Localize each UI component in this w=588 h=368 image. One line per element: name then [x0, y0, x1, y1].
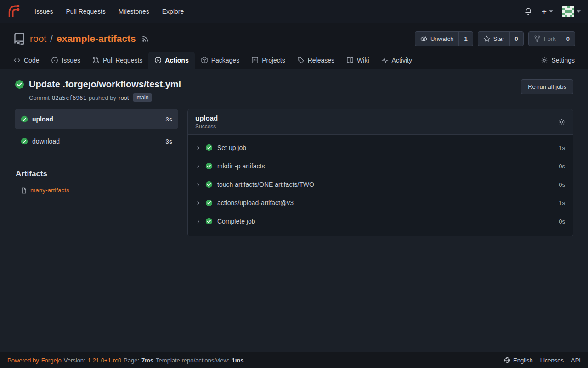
forgejo-brand-link[interactable]: Forgejo [41, 357, 62, 364]
tab-actions[interactable]: Actions [148, 52, 194, 69]
licenses-link[interactable]: Licenses [540, 357, 564, 364]
fork-button[interactable]: Fork [529, 32, 561, 46]
success-check-icon [205, 218, 213, 225]
code-icon [13, 57, 21, 64]
tab-code[interactable]: Code [7, 52, 45, 69]
nav-item-milestones[interactable]: Milestones [113, 4, 155, 19]
watch-button-group: Unwatch 1 [415, 31, 473, 46]
job-detail-panel: upload Success Set up job 1s [187, 109, 573, 236]
tab-issues[interactable]: Issues [45, 52, 86, 69]
nav-item-issues[interactable]: Issues [28, 4, 59, 19]
success-check-icon [205, 199, 213, 207]
watchers-count[interactable]: 1 [458, 32, 472, 46]
artifact-download-link[interactable]: many-artifacts [30, 187, 69, 194]
user-menu-dropdown[interactable] [562, 6, 581, 17]
success-check-icon [21, 115, 28, 123]
language-label: English [513, 357, 533, 364]
fork-button-group: Fork 0 [528, 31, 575, 46]
repo-tabs: Code Issues Pull Requests Actions Packag… [0, 46, 588, 69]
tab-settings[interactable]: Settings [535, 52, 581, 69]
tab-projects[interactable]: Projects [245, 52, 291, 69]
navbar-links: Issues Pull Requests Milestones Explore [28, 4, 190, 19]
run-info: Update .forgejo/workflows/test.yml Commi… [15, 79, 181, 102]
branch-badge[interactable]: main [133, 93, 152, 102]
chevron-down-icon [577, 10, 581, 13]
star-button[interactable]: Star [478, 32, 509, 46]
unwatch-label: Unwatch [430, 35, 454, 42]
tab-packages[interactable]: Packages [195, 52, 245, 69]
step-duration: 0s [559, 163, 565, 170]
rerun-all-jobs-button[interactable]: Re-run all jobs [521, 79, 573, 94]
issue-icon [51, 57, 58, 64]
step-row[interactable]: Set up job 1s [188, 138, 573, 157]
run-body: upload 3s download 3s Artifacts many-art… [0, 109, 588, 352]
footer-left: Powered by Forgejo Version: 1.21.0+1-rc0… [7, 357, 244, 364]
create-new-dropdown[interactable]: + [542, 7, 553, 16]
sidebar-divider [15, 159, 178, 159]
star-icon [483, 35, 490, 42]
job-row-download[interactable]: download 3s [15, 131, 178, 151]
step-row[interactable]: Complete job 0s [188, 212, 573, 230]
job-options-gear-icon[interactable] [558, 118, 565, 126]
step-label: actions/upload-artifact@v3 [217, 199, 294, 207]
forgejo-logo[interactable] [7, 5, 21, 18]
run-title: Update .forgejo/workflows/test.yml [29, 79, 181, 90]
tab-pull-requests[interactable]: Pull Requests [86, 52, 148, 69]
page-footer: Powered by Forgejo Version: 1.21.0+1-rc0… [0, 352, 588, 368]
api-link[interactable]: API [571, 357, 581, 364]
step-row[interactable]: touch artifacts/ONE artifacts/TWO 0s [188, 175, 573, 194]
rss-icon[interactable] [142, 35, 149, 42]
pushed-by-label: pushed by [89, 94, 116, 101]
notifications-bell-button[interactable] [524, 7, 532, 16]
fork-icon [534, 35, 541, 42]
tab-settings-label: Settings [551, 57, 575, 64]
repo-separator: / [50, 33, 53, 44]
tab-wiki-label: Wiki [357, 57, 369, 64]
pulse-icon [381, 57, 389, 64]
template-time-label: Template repo/actions/view: [156, 357, 229, 364]
language-selector[interactable]: English [504, 357, 533, 364]
commit-label: Commit [29, 94, 50, 101]
step-duration: 1s [559, 200, 565, 207]
version-value-link[interactable]: 1.21.0+1-rc0 [88, 357, 121, 364]
repo-owner-link[interactable]: root [30, 33, 46, 44]
unwatch-button[interactable]: Unwatch [415, 32, 459, 46]
tab-code-label: Code [24, 57, 39, 64]
job-duration: 3s [166, 138, 172, 145]
nav-item-pull-requests[interactable]: Pull Requests [60, 4, 111, 19]
tag-icon [297, 57, 305, 64]
repo-name-link[interactable]: example-artifacts [57, 33, 136, 44]
artifact-item: many-artifacts [15, 187, 178, 194]
tab-releases-label: Releases [308, 57, 334, 64]
step-row[interactable]: mkdir -p artifacts 0s [188, 157, 573, 175]
template-time-value: 1ms [232, 357, 244, 364]
chevron-right-icon [196, 201, 201, 206]
tab-activity[interactable]: Activity [375, 52, 418, 69]
globe-icon [504, 357, 510, 363]
success-check-icon [21, 138, 28, 145]
step-duration: 1s [559, 144, 565, 151]
chevron-right-icon [196, 164, 201, 169]
commit-sha-link[interactable]: 82a5cf6961 [52, 94, 86, 101]
run-title-row: Update .forgejo/workflows/test.yml [15, 79, 181, 90]
forks-count[interactable]: 0 [561, 32, 575, 46]
tab-activity-label: Activity [392, 57, 412, 64]
pusher-link[interactable]: root [119, 94, 129, 101]
job-name: upload [32, 115, 53, 123]
star-button-group: Star 0 [478, 31, 524, 46]
job-row-upload[interactable]: upload 3s [15, 109, 178, 129]
powered-by-link[interactable]: Powered by [7, 357, 39, 364]
tab-wiki[interactable]: Wiki [340, 52, 375, 69]
package-icon [201, 57, 208, 64]
tab-releases[interactable]: Releases [291, 52, 340, 69]
stars-count[interactable]: 0 [509, 32, 523, 46]
tab-issues-label: Issues [62, 57, 80, 64]
run-commit-line: Commit 82a5cf6961 pushed by root main [29, 93, 181, 102]
star-label: Star [493, 35, 504, 42]
nav-item-explore[interactable]: Explore [156, 4, 190, 19]
step-label: mkdir -p artifacts [217, 162, 265, 170]
step-label: Complete job [217, 218, 255, 225]
success-check-icon [205, 144, 213, 151]
step-row[interactable]: actions/upload-artifact@v3 1s [188, 194, 573, 212]
chevron-right-icon [196, 145, 201, 150]
